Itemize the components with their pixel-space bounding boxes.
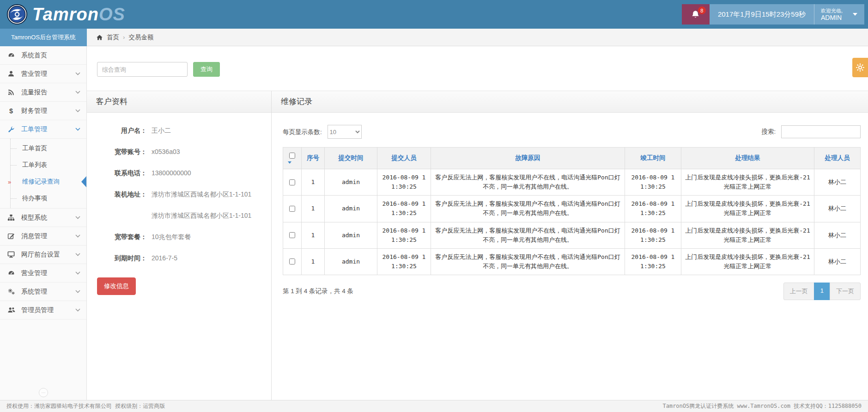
column-header-sub[interactable]: 提交时间 xyxy=(325,148,377,169)
user-menu[interactable]: 欢迎光临, ADMIN xyxy=(814,4,864,25)
page-size-select[interactable]: 10 xyxy=(328,125,362,139)
records-body: 每页显示条数: 10 搜索: xyxy=(272,113,868,311)
pagination-next-button[interactable]: 下一页 xyxy=(830,283,861,300)
sidebar-subitem-label: 工单列表 xyxy=(22,161,47,169)
table-controls: 每页显示条数: 10 搜索: xyxy=(283,125,861,139)
table-row: 1admin2016-08-09 11:30:25客户反应无法上网，客服核实发现… xyxy=(283,169,861,196)
cell-submit_time: 2016-08-09 11:30:25 xyxy=(377,222,431,248)
customer-field: 装机地址：潍坊市潍城区西城名都小区1-1-101 xyxy=(95,190,263,199)
field-label: 装机地址： xyxy=(95,190,147,199)
sidebar-subitem-label: 待办事项 xyxy=(22,194,47,203)
chevron-down-icon xyxy=(75,91,80,94)
column-header-time[interactable]: 提交人员 xyxy=(377,148,431,169)
search-button[interactable]: 查询 xyxy=(193,62,220,77)
sidebar-item-model-system[interactable]: 模型系统 xyxy=(0,209,86,227)
sidebar-item-system-mgmt[interactable]: 系统管理 xyxy=(0,283,86,301)
breadcrumb-home[interactable]: 首页 xyxy=(107,33,119,42)
sidebar-item-business-mgmt-2[interactable]: 营业管理 xyxy=(0,264,86,283)
cell-finish_time: 2016-08-09 11:30:25 xyxy=(625,222,681,248)
sidebar-item-finance-mgmt[interactable]: $财务管理 xyxy=(0,102,86,120)
notifications-button[interactable]: 8 xyxy=(682,4,710,25)
sidebar-subitem-work-order-list[interactable]: 工单列表 xyxy=(0,157,86,173)
sidebar-item-work-order-mgmt[interactable]: 工单管理 xyxy=(0,120,86,139)
page-size-label: 每页显示条数: xyxy=(283,129,322,135)
sidebar-item-business-mgmt[interactable]: 营业管理 xyxy=(0,65,86,83)
sidebar-menu: 系统首页营业管理流量报告$财务管理工单管理工单首页工单列表»维修记录查询待办事项… xyxy=(0,46,86,320)
field-label: 到期时间： xyxy=(95,253,147,263)
cell-submit_time: 2016-08-09 11:30:25 xyxy=(377,169,431,196)
sidebar-item-system-home[interactable]: 系统首页 xyxy=(0,46,86,65)
field-value: 2016-7-5 xyxy=(152,253,177,263)
column-header-fault[interactable]: 故障原因 xyxy=(431,148,625,169)
row-checkbox[interactable] xyxy=(289,258,295,264)
breadcrumb-current: 交易金额 xyxy=(129,33,154,42)
top-header: TamronOS 8 2017年1月9日15时23分59秒 欢迎光临, ADMI… xyxy=(0,0,868,29)
field-label: 联系电话： xyxy=(95,168,147,178)
footer-license-text: 授权使用：潍坊家园驿站电子技术有限公司 授权级别：运营商版 xyxy=(6,402,165,410)
row-checkbox-cell xyxy=(283,248,302,275)
app-root: TamronOS 8 2017年1月9日15时23分59秒 欢迎光临, ADMI… xyxy=(0,0,868,412)
sidebar-item-admin-mgmt[interactable]: 管理员管理 xyxy=(0,301,86,320)
column-header-handler[interactable]: 处理人员 xyxy=(814,148,861,169)
cell-handler: 林小二 xyxy=(814,196,861,222)
sidebar-item-message-mgmt[interactable]: 消息管理 xyxy=(0,227,86,246)
field-value: x0536a03 xyxy=(152,147,180,156)
select-all-checkbox[interactable] xyxy=(289,153,295,159)
column-header-seq[interactable]: 序号 xyxy=(302,148,325,169)
cell-fault: 客户反应无法上网，客服核实发现用户不在线，电话沟通光猫Pon口灯不亮，同一单元有… xyxy=(431,248,625,275)
field-label: 宽带账号： xyxy=(95,147,147,156)
row-checkbox[interactable] xyxy=(289,206,295,212)
row-checkbox[interactable] xyxy=(289,179,295,185)
pagination: 上一页 1 下一页 xyxy=(783,283,861,300)
cell-fault: 客户反应无法上网，客服核实发现用户不在线，电话沟通光猫Pon口灯不亮，同一单元有… xyxy=(431,169,625,196)
sidebar-item-portal-settings[interactable]: 网厅前台设置 xyxy=(0,246,86,264)
edit-info-button[interactable]: 修改信息 xyxy=(97,277,136,295)
logo-text: TamronOS xyxy=(32,6,125,23)
table-search-label: 搜索: xyxy=(761,128,776,135)
cell-submitter: admin xyxy=(325,222,377,248)
sidebar-footer-toggle[interactable]: ⋯ xyxy=(39,388,48,397)
sidebar-item-label: 工单管理 xyxy=(21,125,75,134)
users-icon xyxy=(7,307,16,314)
sidebar-subitem-repair-record-query[interactable]: »维修记录查询 xyxy=(0,173,86,190)
sidebar-subitem-label: 工单首页 xyxy=(22,144,47,153)
chevron-down-icon xyxy=(75,109,80,112)
search-input[interactable] xyxy=(97,62,188,77)
cell-finish_time: 2016-08-09 11:30:25 xyxy=(625,196,681,222)
sidebar-subitem-work-order-home[interactable]: 工单首页 xyxy=(0,140,86,157)
column-header-finish[interactable]: 竣工时间 xyxy=(625,148,681,169)
row-checkbox-cell xyxy=(283,169,302,196)
pagination-prev-button[interactable]: 上一页 xyxy=(783,283,814,300)
row-checkbox[interactable] xyxy=(289,232,295,238)
chevron-down-icon xyxy=(75,72,80,75)
field-value: 10兆包年套餐 xyxy=(152,232,191,241)
cell-submitter: admin xyxy=(325,169,377,196)
repair-records-table: 序号提交时间提交人员故障原因竣工时间处理结果处理人员 1admin2016-08… xyxy=(283,147,861,275)
cell-submit_time: 2016-08-09 11:30:25 xyxy=(377,248,431,275)
notification-badge: 8 xyxy=(698,6,706,14)
datetime-display: 2017年1月9日15时23分59秒 xyxy=(710,4,814,25)
panels: 客户资料 用户名：王小二宽带账号：x0536a03联系电话：1380000000… xyxy=(87,91,868,400)
cell-finish_time: 2016-08-09 11:30:25 xyxy=(625,169,681,196)
page-size-control: 每页显示条数: 10 xyxy=(283,125,362,139)
table-search-input[interactable] xyxy=(781,125,861,138)
cell-seq: 1 xyxy=(302,196,325,222)
column-header-result[interactable]: 处理结果 xyxy=(681,148,814,169)
dollar-icon: $ xyxy=(7,107,16,115)
sidebar-item-label: 流量报告 xyxy=(21,88,75,97)
sidebar-subitem-todo-items[interactable]: 待办事项 xyxy=(0,190,86,207)
pagination-page-1-button[interactable]: 1 xyxy=(814,283,830,300)
sidebar-item-traffic-report[interactable]: 流量报告 xyxy=(0,83,86,102)
chevron-down-icon xyxy=(75,128,80,131)
sidebar-subitem-label: 维修记录查询 xyxy=(22,178,60,186)
table-row: 1admin2016-08-09 11:30:25客户反应无法上网，客服核实发现… xyxy=(283,222,861,248)
settings-fab-button[interactable] xyxy=(852,58,868,77)
customer-field: 联系电话：13800000000 xyxy=(95,168,263,178)
user-icon xyxy=(7,70,16,78)
cell-seq: 1 xyxy=(302,222,325,248)
edit-icon xyxy=(7,233,16,240)
customer-field: 潍坊市潍城区西城名都小区1-1-101 xyxy=(95,211,263,220)
cell-fault: 客户反应无法上网，客服核实发现用户不在线，电话沟通光猫Pon口灯不亮，同一单元有… xyxy=(431,196,625,222)
breadcrumb-separator: › xyxy=(123,34,125,41)
cell-result: 上门后发现是皮线冷接头损坏，更换后光衰-21光猫正常上网正常 xyxy=(681,196,814,222)
